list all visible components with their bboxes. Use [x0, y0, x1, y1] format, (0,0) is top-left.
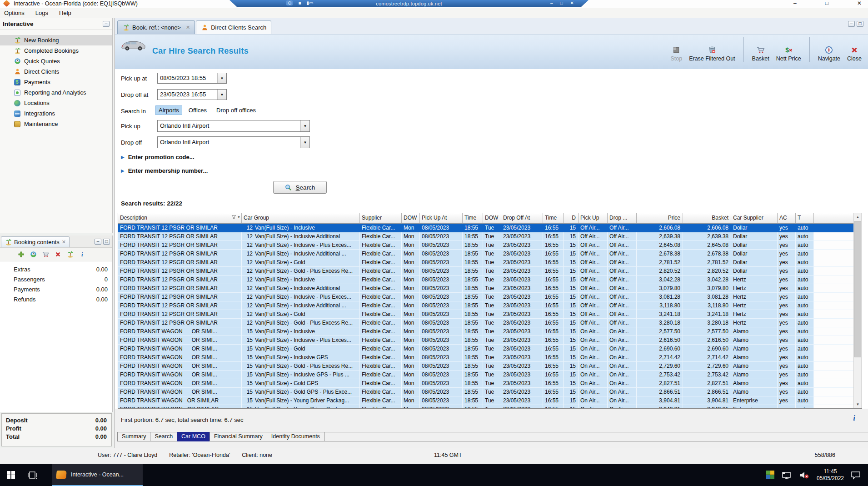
bottom-tab-identity-documents[interactable]: Identity Documents — [267, 432, 324, 441]
chevron-down-icon[interactable]: ▼ — [217, 90, 226, 100]
column-header-drop-off-at[interactable]: Drop Off At — [501, 213, 543, 223]
add-icon[interactable] — [17, 251, 25, 258]
action-center-icon[interactable] — [851, 471, 861, 480]
table-row[interactable]: FORD TRANSIT 12 PSGR OR SIMILAR12Van(Ful… — [118, 319, 862, 327]
sidebar-item-direct-clients[interactable]: Direct Clients — [0, 66, 112, 77]
column-header-time[interactable]: Time — [543, 213, 564, 223]
column-header-time[interactable]: Time — [463, 213, 483, 223]
sidebar-item-reporting-and-analytics[interactable]: Reporting and Analytics — [0, 87, 112, 98]
column-header-pick-up[interactable]: Pick Up — [579, 213, 608, 223]
table-row[interactable]: FORD TRANSIT WAGON OR SIMI...15Van(Full … — [118, 362, 862, 371]
chevron-down-icon[interactable]: ▼ — [217, 73, 226, 83]
search-in-option-drop-off-offices[interactable]: Drop off offices — [214, 106, 259, 115]
start-button[interactable] — [0, 464, 22, 486]
task-view-button[interactable] — [22, 464, 44, 486]
sidebar-item-new-booking[interactable]: New Booking — [0, 35, 112, 45]
vertical-scrollbar[interactable]: ▲ ▼ — [853, 213, 862, 408]
booking-contents-tab[interactable]: Booking contents ✕ — [1, 236, 70, 247]
maximize-icon[interactable]: □ — [825, 0, 828, 7]
search-button[interactable]: Search — [273, 181, 327, 194]
column-header-car-group[interactable]: Car Group — [242, 213, 360, 223]
erase-filtered-out-button[interactable]: Erase Filtered Out — [689, 46, 735, 62]
column-header-basket[interactable]: Basket — [683, 213, 731, 223]
table-row[interactable]: FORD TRANSIT 12 PSGR OR SIMILAR12Van(Ful… — [118, 301, 862, 310]
delete-icon[interactable] — [54, 251, 61, 258]
column-header-car-supplier[interactable]: Car Supplier — [731, 213, 778, 223]
maximize-panel-icon[interactable]: □ — [103, 239, 110, 245]
volume-muted-icon[interactable] — [799, 471, 810, 480]
sidebar-item-quick-quotes[interactable]: Quick Quotes — [0, 56, 112, 66]
basket-icon[interactable] — [42, 251, 49, 258]
table-row[interactable]: FORD TRANSIT 12 PSGR OR SIMILAR12Van(Ful… — [118, 241, 862, 250]
sidebar-item-locations[interactable]: Locations — [0, 98, 112, 108]
search-in-option-offices[interactable]: Offices — [186, 106, 210, 115]
scrollbar-thumb[interactable] — [854, 221, 861, 357]
rdp-close-icon[interactable]: ✕ — [570, 0, 574, 5]
rdp-restore-icon[interactable]: □ — [560, 0, 563, 5]
close-button[interactable]: Close — [847, 46, 862, 62]
sidebar-item-maintenance[interactable]: Maintenance — [0, 119, 112, 129]
membership-number-expander[interactable]: ▶ Enter membership number... — [121, 167, 208, 174]
chevron-down-icon[interactable]: ▼ — [300, 120, 309, 131]
close-panel-icon[interactable]: ✕ — [62, 239, 66, 245]
sidebar-item-payments[interactable]: Payments — [0, 77, 112, 87]
info-icon[interactable]: i — [79, 251, 86, 258]
table-row[interactable]: FORD TRANSIT 12 PSGR OR SIMILAR12Van(Ful… — [118, 276, 862, 284]
tab-book-ref-none-[interactable]: Book. ref.: <none>✕ — [117, 20, 195, 34]
minimize-view-icon[interactable]: – — [848, 21, 855, 27]
column-header-ac[interactable]: AC — [778, 213, 796, 223]
table-row[interactable]: FORD TRANSIT 12 PSGR OR SIMILAR12Van(Ful… — [118, 250, 862, 258]
basket-button[interactable]: Basket — [752, 46, 769, 62]
booking-icon[interactable] — [66, 251, 74, 258]
menu-item-logs[interactable]: Logs — [35, 10, 48, 16]
menu-item-help[interactable]: Help — [59, 10, 71, 16]
booking-contents-row[interactable]: Refunds0.00 — [0, 294, 112, 304]
maximize-view-icon[interactable]: □ — [857, 21, 863, 27]
antivirus-tray-icon[interactable] — [766, 471, 774, 479]
dropoff-at-input[interactable]: 23/05/2023 16:55 ▼ — [157, 89, 227, 100]
quote-icon[interactable] — [30, 251, 37, 258]
taskbar-clock[interactable]: 11:45 05/05/2022 — [817, 468, 844, 482]
bottom-tab-car-mco[interactable]: Car MCO — [177, 432, 210, 441]
close-tab-icon[interactable]: ✕ — [186, 25, 190, 30]
minimize-icon[interactable]: – — [793, 0, 797, 7]
column-header-pick-up-at[interactable]: Pick Up At — [420, 213, 463, 223]
column-header-t[interactable]: T — [796, 213, 814, 223]
dropoff-location-select[interactable]: Orlando Intl Airport ▼ — [157, 136, 310, 148]
column-header-supplier[interactable]: Supplier — [360, 213, 402, 223]
navigate-button[interactable]: Navigate — [818, 46, 840, 62]
scroll-up-icon[interactable]: ▲ — [854, 213, 862, 221]
minimize-panel-icon[interactable]: – — [95, 239, 101, 245]
promotion-code-expander[interactable]: ▶ Enter promotion code... — [121, 154, 195, 160]
network-tray-icon[interactable] — [781, 471, 792, 480]
table-row[interactable]: FORD TRANSIT WAGON OR SIMI...15Van(Full … — [118, 327, 862, 336]
table-row[interactable]: FORD TRANSIT WAGON OR SIMILAR15Van(Full … — [118, 396, 862, 405]
booking-contents-row[interactable]: Payments0.00 — [0, 284, 112, 294]
column-header-d[interactable]: D — [564, 213, 579, 223]
collapse-panel-icon[interactable]: – — [103, 21, 110, 27]
table-row[interactable]: FORD TRANSIT WAGON OR SIMI...15Van(Full … — [118, 379, 862, 388]
info-icon[interactable]: i — [853, 414, 855, 423]
close-icon[interactable]: ✕ — [857, 0, 862, 7]
bottom-tab-summary[interactable]: Summary — [117, 432, 150, 441]
taskbar-app-button[interactable]: Interactive - Ocean... — [52, 464, 143, 486]
table-row[interactable]: FORD TRANSIT 12 PSGR OR SIMILAR12Van(Ful… — [118, 258, 862, 267]
column-header-description[interactable]: Description▼ — [118, 213, 242, 223]
table-row[interactable]: FORD TRANSIT 12 PSGR OR SIMILAR12Van(Ful… — [118, 284, 862, 293]
table-row[interactable]: FORD TRANSIT WAGON OR SIMILAR15Van(Full … — [118, 405, 862, 408]
menu-item-options[interactable]: Options — [4, 10, 25, 16]
search-in-option-airports[interactable]: Airports — [156, 106, 182, 115]
pickup-at-input[interactable]: 08/05/2023 18:55 ▼ — [157, 73, 227, 84]
scroll-down-icon[interactable]: ▼ — [854, 401, 862, 408]
column-header-price[interactable]: Price — [637, 213, 683, 223]
table-row[interactable]: FORD TRANSIT WAGON OR SIMI...15Van(Full … — [118, 371, 862, 379]
sidebar-item-completed-bookings[interactable]: Completed Bookings — [0, 45, 112, 56]
table-row[interactable]: FORD TRANSIT 12 PSGR OR SIMILAR12Van(Ful… — [118, 293, 862, 301]
nett-price-button[interactable]: $Nett Price — [776, 46, 801, 62]
table-row[interactable]: FORD TRANSIT 12 PSGR OR SIMILAR12Van(Ful… — [118, 224, 862, 232]
bottom-tab-financial-summary[interactable]: Financial Summary — [210, 432, 267, 441]
tab-direct-clients-search[interactable]: Direct Clients Search — [196, 20, 271, 34]
booking-contents-row[interactable]: Extras0.00 — [0, 264, 112, 274]
table-row[interactable]: FORD TRANSIT 12 PSGR OR SIMILAR12Van(Ful… — [118, 310, 862, 319]
table-row[interactable]: FORD TRANSIT WAGON OR SIMI...15Van(Full … — [118, 345, 862, 353]
